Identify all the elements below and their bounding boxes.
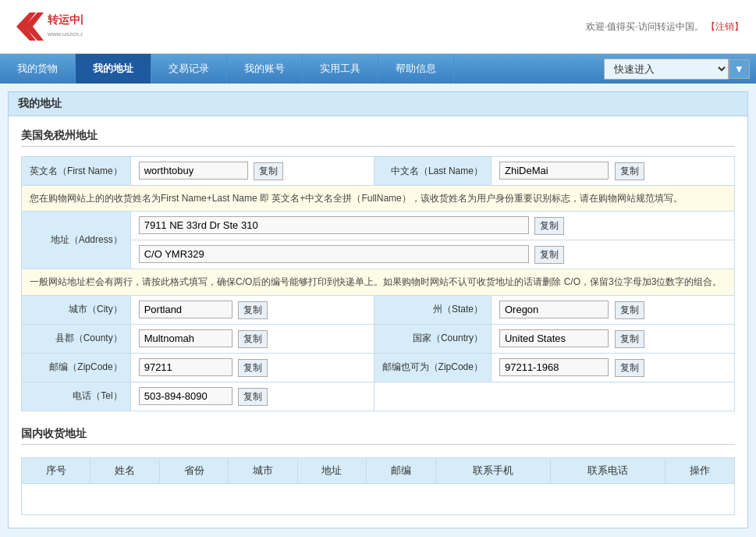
zip-alt-copy-btn[interactable]: 复制 bbox=[615, 359, 644, 377]
col-city: 城市 bbox=[229, 457, 297, 483]
svg-text:转运中国: 转运中国 bbox=[47, 13, 83, 26]
zip-alt-label: 邮编也可为（ZipCode） bbox=[374, 353, 491, 382]
first-name-input[interactable] bbox=[139, 162, 248, 180]
county-input[interactable] bbox=[139, 329, 232, 347]
tel-label: 电话（Tel） bbox=[22, 382, 131, 411]
county-label: 县郡（County） bbox=[22, 324, 131, 353]
domestic-table-header-row: 序号 姓名 省份 城市 地址 邮编 联系手机 联系电话 操作 bbox=[22, 457, 735, 483]
country-input[interactable] bbox=[499, 329, 609, 347]
state-label: 州（State） bbox=[374, 295, 491, 324]
page-title: 我的地址 bbox=[18, 97, 62, 109]
tel-value-cell: 复制 bbox=[130, 382, 374, 411]
state-value-cell: 复制 bbox=[491, 295, 734, 324]
first-name-label: 英文名（First Name） bbox=[22, 157, 131, 186]
address-info-cell: 一般网站地址栏会有两行，请按此格式填写，确保C/O后的编号能够打印到快递单上。如… bbox=[22, 269, 735, 295]
zip-value-cell: 复制 bbox=[130, 353, 374, 382]
domestic-empty-cell bbox=[22, 483, 735, 514]
first-name-copy-btn[interactable]: 复制 bbox=[254, 162, 283, 180]
city-label: 城市（City） bbox=[22, 295, 131, 324]
logo-icon: 转运中国 www.uszcn.com bbox=[12, 6, 83, 47]
last-name-copy-btn[interactable]: 复制 bbox=[615, 162, 644, 180]
us-address-table: 英文名（First Name） 复制 中文名（Last Name） 复制 您在购… bbox=[21, 156, 735, 411]
zip-alt-value-cell: 复制 bbox=[491, 353, 734, 382]
county-country-row: 县郡（County） 复制 国家（Country） 复制 bbox=[22, 324, 735, 353]
col-province: 省份 bbox=[159, 457, 228, 483]
tel-input[interactable] bbox=[139, 387, 232, 405]
tel-row: 电话（Tel） 复制 bbox=[22, 382, 735, 411]
col-action: 操作 bbox=[665, 457, 735, 483]
zip-input[interactable] bbox=[139, 358, 232, 376]
state-input[interactable] bbox=[499, 301, 609, 318]
address2-input[interactable] bbox=[139, 245, 529, 263]
city-state-row: 城市（City） 复制 州（State） 复制 bbox=[22, 295, 735, 324]
header: 转运中国 www.uszcn.com 欢迎·值得买·访问转运中国。 【注销】 bbox=[0, 0, 756, 54]
nav-item-goods[interactable]: 我的货物 bbox=[0, 54, 76, 84]
register-link[interactable]: 【注销】 bbox=[706, 21, 744, 32]
col-tel: 联系电话 bbox=[551, 457, 665, 483]
col-address: 地址 bbox=[297, 457, 366, 483]
us-address-section-title: 美国免税州地址 bbox=[21, 129, 735, 147]
country-value-cell: 复制 bbox=[491, 324, 734, 353]
last-name-value-cell: 复制 bbox=[491, 157, 734, 186]
city-input[interactable] bbox=[139, 301, 232, 318]
nav-item-account[interactable]: 我的账号 bbox=[227, 54, 303, 84]
col-seq: 序号 bbox=[22, 457, 91, 483]
quick-enter-button[interactable]: ▼ bbox=[729, 59, 750, 79]
zip-copy-btn[interactable]: 复制 bbox=[238, 359, 268, 377]
city-value-cell: 复制 bbox=[130, 295, 374, 324]
name-info-cell: 您在购物网站上的的收货姓名为First Name+Last Name 即 英文名… bbox=[22, 186, 735, 212]
content-area: 美国免税州地址 英文名（First Name） 复制 中文名（Last Name… bbox=[8, 116, 748, 528]
navigation: 我的货物 我的地址 交易记录 我的账号 实用工具 帮助信息 快速进入 ▼ bbox=[0, 54, 756, 84]
name-info-row: 您在购物网站上的的收货姓名为First Name+Last Name 即 英文名… bbox=[22, 186, 735, 212]
col-mobile: 联系手机 bbox=[435, 457, 550, 483]
page-title-bar: 我的地址 bbox=[8, 91, 748, 116]
address1-row: 地址（Address） 复制 bbox=[22, 212, 735, 240]
last-name-label: 中文名（Last Name） bbox=[374, 157, 491, 186]
zip-label: 邮编（ZipCode） bbox=[22, 353, 131, 382]
address2-copy-btn[interactable]: 复制 bbox=[534, 246, 564, 264]
address1-copy-btn[interactable]: 复制 bbox=[534, 217, 564, 235]
tel-copy-btn[interactable]: 复制 bbox=[238, 388, 268, 406]
first-name-value-cell: 复制 bbox=[130, 157, 374, 186]
col-name: 姓名 bbox=[91, 457, 159, 483]
nav-item-address[interactable]: 我的地址 bbox=[76, 54, 151, 84]
nav-item-transactions[interactable]: 交易记录 bbox=[151, 54, 227, 84]
domestic-table-empty-row bbox=[22, 483, 735, 514]
county-value-cell: 复制 bbox=[130, 324, 374, 353]
address1-value-cell: 复制 bbox=[130, 212, 734, 240]
last-name-input[interactable] bbox=[499, 162, 609, 180]
state-copy-btn[interactable]: 复制 bbox=[615, 301, 644, 319]
welcome-text: 欢迎·值得买·访问转运中国。 bbox=[586, 21, 704, 32]
col-zip: 邮编 bbox=[367, 457, 435, 483]
nav-item-tools[interactable]: 实用工具 bbox=[303, 54, 378, 84]
country-copy-btn[interactable]: 复制 bbox=[615, 330, 644, 348]
quick-enter-area: 快速进入 ▼ bbox=[598, 54, 756, 84]
domestic-address-table: 序号 姓名 省份 城市 地址 邮编 联系手机 联系电话 操作 bbox=[21, 457, 735, 515]
name-info-text: 您在购物网站上的的收货姓名为First Name+Last Name 即 英文名… bbox=[30, 193, 683, 204]
address-info-text: 一般网站地址栏会有两行，请按此格式填写，确保C/O后的编号能够打印到快递单上。如… bbox=[30, 276, 722, 287]
address1-input[interactable] bbox=[139, 216, 529, 234]
address2-value-cell: 复制 bbox=[130, 240, 734, 269]
quick-enter-select[interactable]: 快速进入 bbox=[604, 59, 729, 80]
address-label: 地址（Address） bbox=[22, 212, 131, 269]
zip-row: 邮编（ZipCode） 复制 邮编也可为（ZipCode） 复制 bbox=[22, 353, 735, 382]
county-copy-btn[interactable]: 复制 bbox=[238, 330, 268, 348]
country-label: 国家（Country） bbox=[374, 324, 491, 353]
zip-alt-input[interactable] bbox=[499, 358, 609, 376]
logo-area: 转运中国 www.uszcn.com bbox=[12, 6, 83, 47]
svg-text:www.uszcn.com: www.uszcn.com bbox=[47, 30, 83, 37]
name-row: 英文名（First Name） 复制 中文名（Last Name） 复制 bbox=[22, 157, 735, 186]
domestic-address-section-title: 国内收货地址 bbox=[21, 427, 735, 445]
nav-item-help[interactable]: 帮助信息 bbox=[378, 54, 454, 84]
tel-empty-cell bbox=[374, 382, 734, 411]
header-right: 欢迎·值得买·访问转运中国。 【注销】 bbox=[586, 20, 744, 34]
address-info-row: 一般网站地址栏会有两行，请按此格式填写，确保C/O后的编号能够打印到快递单上。如… bbox=[22, 269, 735, 295]
city-copy-btn[interactable]: 复制 bbox=[238, 301, 268, 319]
